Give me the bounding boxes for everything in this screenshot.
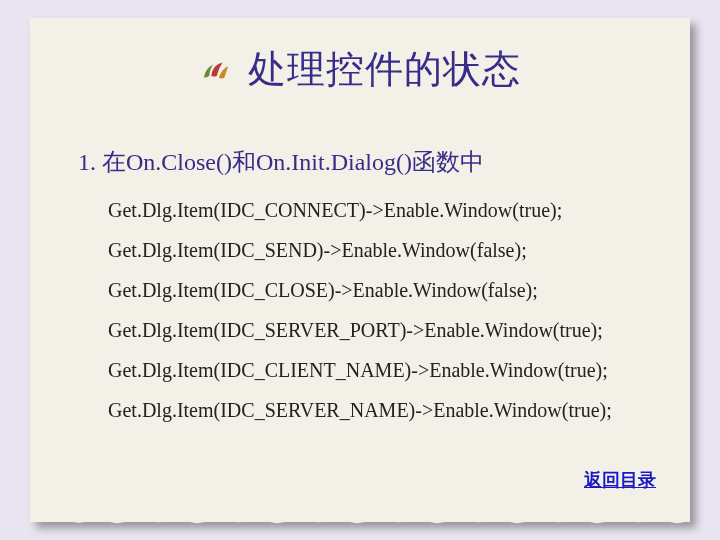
code-line: Get.Dlg.Item(IDC_CONNECT)->Enable.Window… — [108, 190, 678, 230]
decorative-torn-edge-top — [30, 16, 690, 26]
section-heading: 1. 在On.Close()和On.Init.Dialog()函数中 — [78, 146, 484, 178]
slide-title: 处理控件的状态 — [248, 44, 521, 95]
slide: 处理控件的状态 1. 在On.Close()和On.Init.Dialog()函… — [0, 0, 720, 540]
paper-panel: 处理控件的状态 1. 在On.Close()和On.Init.Dialog()函… — [30, 18, 690, 522]
decorative-torn-edge-bottom — [30, 514, 690, 524]
leaf-bullet-icon — [200, 55, 230, 85]
return-to-toc-link[interactable]: 返回目录 — [584, 468, 656, 492]
code-line: Get.Dlg.Item(IDC_SERVER_PORT)->Enable.Wi… — [108, 310, 678, 350]
code-line: Get.Dlg.Item(IDC_CLOSE)->Enable.Window(f… — [108, 270, 678, 310]
title-row: 处理控件的状态 — [30, 44, 690, 95]
code-list: Get.Dlg.Item(IDC_CONNECT)->Enable.Window… — [108, 190, 678, 430]
code-line: Get.Dlg.Item(IDC_SERVER_NAME)->Enable.Wi… — [108, 390, 678, 430]
title-inner: 处理控件的状态 — [200, 44, 521, 95]
code-line: Get.Dlg.Item(IDC_CLIENT_NAME)->Enable.Wi… — [108, 350, 678, 390]
code-line: Get.Dlg.Item(IDC_SEND)->Enable.Window(fa… — [108, 230, 678, 270]
